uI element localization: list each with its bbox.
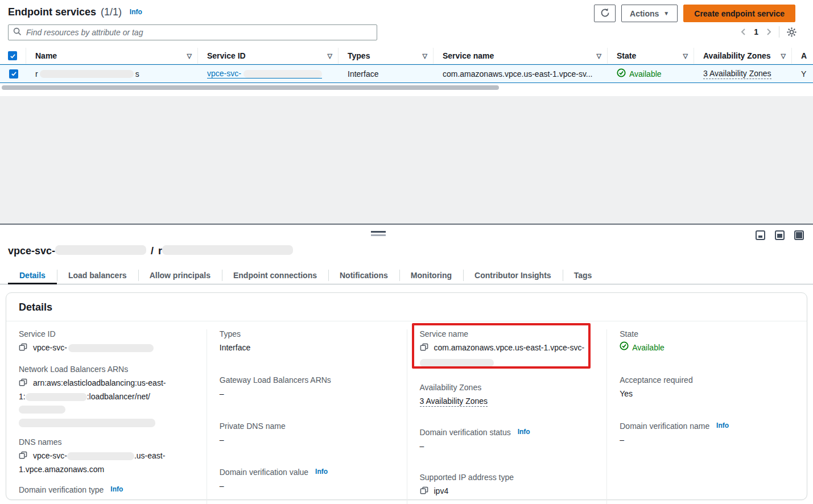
- cell-name: r s: [26, 69, 198, 79]
- search-icon: [13, 27, 22, 38]
- field-gwlb-arns: Gateway Load Balancers ARNs –: [220, 375, 393, 400]
- state-text: Available: [629, 69, 662, 79]
- cell-availability-zones: 3 Availability Zones: [694, 69, 792, 79]
- status-available-icon: [617, 68, 626, 79]
- resource-count: (1/1): [101, 6, 122, 18]
- filter-icon[interactable]: ▽: [781, 52, 786, 60]
- info-link[interactable]: Info: [716, 422, 729, 429]
- cell-state: Available: [608, 68, 694, 79]
- field-state: State Available: [620, 329, 793, 354]
- redacted-text: [420, 359, 494, 367]
- column-header-state[interactable]: State ▽: [608, 48, 694, 64]
- field-domain-verification-value: Domain verification value Info –: [220, 468, 393, 492]
- column-header-name[interactable]: Name ▽: [26, 48, 198, 64]
- field-nlb-arns: Network Load Balancers ARNs arn:aws:elas…: [19, 365, 193, 428]
- info-link[interactable]: Info: [110, 485, 123, 493]
- split-panel: vpce-svc-/r Details Load balancers Allow…: [0, 224, 813, 504]
- redacted-text: [26, 393, 87, 401]
- panel-size-large-icon[interactable]: [794, 230, 804, 240]
- preferences-gear-icon[interactable]: [786, 27, 797, 38]
- copy-icon[interactable]: [420, 342, 428, 355]
- state-text: Available: [632, 341, 665, 354]
- field-dns-names: DNS names vpce-svc-.us-east- 1.vpce.amaz…: [19, 437, 193, 476]
- field-availability-zones: Availability Zones 3 Availability Zones: [420, 383, 593, 407]
- search-placeholder: Find resources by attribute or tag: [26, 28, 143, 37]
- redacted-text: [19, 419, 155, 427]
- details-column-2: Types Interface Gateway Load Balancers A…: [207, 329, 407, 504]
- redacted-text: [162, 245, 293, 255]
- details-card-heading: Details: [6, 293, 807, 321]
- redacted-text: [55, 245, 146, 255]
- next-page-icon[interactable]: [765, 28, 772, 36]
- redacted-text: [67, 452, 134, 460]
- column-header-types[interactable]: Types ▽: [339, 48, 434, 64]
- page-title: Endpoint services: [8, 6, 96, 18]
- service-id-link[interactable]: vpce-svc-: [207, 69, 322, 79]
- endpoint-services-list-section: Endpoint services (1/1) Info Actions ▼ C…: [0, 0, 813, 96]
- cell-types: Interface: [339, 69, 434, 79]
- select-all-cell: [0, 48, 26, 64]
- info-link[interactable]: Info: [315, 468, 328, 476]
- table-header: Name ▽ Service ID ▽ Types ▽ Service name…: [0, 48, 813, 64]
- field-types: Types Interface: [220, 329, 393, 354]
- caret-down-icon: ▼: [663, 10, 669, 16]
- toolbar: Actions ▼ Create endpoint service: [594, 5, 795, 22]
- tab-notifications[interactable]: Notifications: [328, 267, 399, 284]
- filter-icon[interactable]: ▽: [423, 52, 427, 60]
- info-link[interactable]: Info: [518, 428, 530, 436]
- page-number[interactable]: 1: [754, 27, 758, 36]
- search-input[interactable]: Find resources by attribute or tag: [8, 24, 377, 40]
- tab-tags[interactable]: Tags: [563, 267, 604, 284]
- field-domain-verification-type: Domain verification type Info –: [19, 485, 193, 504]
- field-private-dns-name: Private DNS name –: [220, 422, 393, 446]
- actions-button[interactable]: Actions ▼: [621, 5, 678, 22]
- create-endpoint-service-button[interactable]: Create endpoint service: [683, 5, 795, 22]
- tab-details[interactable]: Details: [8, 267, 57, 284]
- availability-zones-popover[interactable]: 3 Availability Zones: [420, 396, 488, 407]
- column-header-service-name[interactable]: Service name ▽: [434, 48, 608, 64]
- horizontal-scrollbar[interactable]: [2, 85, 499, 90]
- panel-size-small-icon[interactable]: [756, 230, 765, 240]
- tab-endpoint-connections[interactable]: Endpoint connections: [222, 267, 328, 284]
- header-info-link[interactable]: Info: [130, 8, 142, 16]
- details-column-1: Service ID vpce-svc- Network Load Balanc…: [6, 329, 207, 504]
- filter-icon[interactable]: ▽: [187, 52, 192, 60]
- row-checkbox[interactable]: [9, 69, 18, 79]
- redacted-text: [40, 70, 134, 78]
- column-header-availability-zones[interactable]: Availability Zones ▽: [694, 48, 792, 64]
- row-select-cell: [0, 69, 26, 79]
- column-header-acceptance-clipped[interactable]: A: [792, 48, 813, 64]
- filter-icon[interactable]: ▽: [328, 52, 332, 60]
- tab-load-balancers[interactable]: Load balancers: [57, 267, 138, 284]
- copy-icon[interactable]: [19, 378, 27, 390]
- cell-service-name: com.amazonaws.vpce.us-east-1.vpce-sv...: [434, 69, 608, 79]
- copy-icon[interactable]: [19, 342, 27, 355]
- details-column-3: Service name com.amazonaws.vpce.us-east-…: [407, 329, 607, 504]
- panel-drag-handle[interactable]: [371, 231, 386, 236]
- field-domain-verification-status: Domain verification status Info –: [420, 428, 593, 452]
- column-header-service-id[interactable]: Service ID ▽: [198, 48, 339, 64]
- tab-bar: Details Load balancers Allow principals …: [0, 267, 813, 284]
- status-available-icon: [620, 341, 629, 354]
- field-domain-verification-name: Domain verification name Info –: [620, 422, 793, 446]
- tab-contributor-insights[interactable]: Contributor Insights: [463, 267, 563, 284]
- field-service-id: Service ID vpce-svc-: [19, 329, 193, 355]
- details-column-4: State Available Acceptance required Yes: [606, 329, 807, 504]
- availability-zones-popover[interactable]: 3 Availability Zones: [703, 69, 771, 79]
- panel-size-medium-icon[interactable]: [775, 230, 785, 240]
- tab-monitoring[interactable]: Monitoring: [399, 267, 463, 284]
- cell-service-id: vpce-svc-: [198, 69, 339, 79]
- copy-icon[interactable]: [420, 486, 428, 498]
- field-service-name: Service name com.amazonaws.vpce.us-east-…: [420, 329, 593, 367]
- actions-button-label: Actions: [630, 9, 659, 18]
- select-all-checkbox[interactable]: [8, 51, 17, 60]
- tab-allow-principals[interactable]: Allow principals: [138, 267, 222, 284]
- filter-icon[interactable]: ▽: [683, 52, 688, 60]
- filter-icon[interactable]: ▽: [597, 52, 601, 60]
- refresh-icon: [600, 8, 610, 19]
- copy-icon[interactable]: [19, 451, 27, 463]
- refresh-button[interactable]: [594, 5, 616, 22]
- pagination-divider: [779, 26, 779, 38]
- previous-page-icon[interactable]: [740, 28, 747, 36]
- table-row[interactable]: r s vpce-svc- Interface com.amazonaws.vp…: [0, 64, 813, 83]
